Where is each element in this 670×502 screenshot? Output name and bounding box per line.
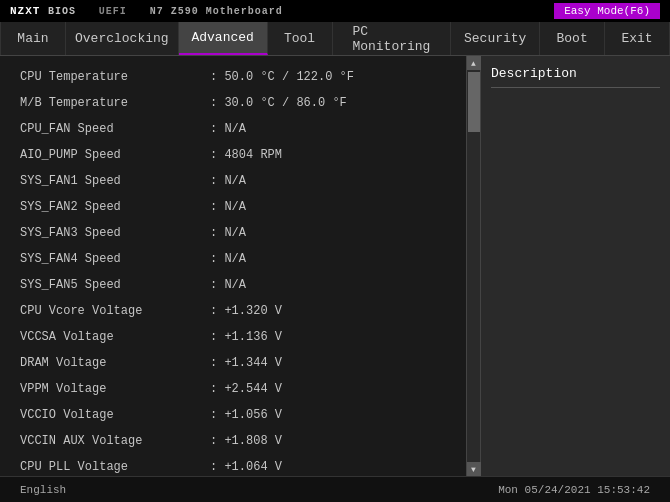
metric-row: SYS_FAN1 Speed: N/A [20, 168, 466, 194]
metric-label: SYS_FAN5 Speed [20, 278, 210, 292]
metric-row: SYS_FAN5 Speed: N/A [20, 272, 466, 298]
metric-label: VPPM Voltage [20, 382, 210, 396]
metric-label: M/B Temperature [20, 96, 210, 110]
nav-tab-overclocking[interactable]: Overclocking [66, 22, 179, 55]
metric-value: : 30.0 °C / 86.0 °F [210, 96, 347, 110]
metric-value: : +1.056 V [210, 408, 282, 422]
metric-value: : +2.544 V [210, 382, 282, 396]
metric-label: CPU Temperature [20, 70, 210, 84]
metric-row: CPU Vcore Voltage: +1.320 V [20, 298, 466, 324]
easy-mode-button[interactable]: Easy Mode(F6) [554, 3, 660, 19]
metric-value: : +1.344 V [210, 356, 282, 370]
metrics-panel: CPU Temperature: 50.0 °C / 122.0 °FM/B T… [0, 56, 466, 476]
scrollbar-up-button[interactable]: ▲ [467, 56, 481, 70]
metric-label: CPU_FAN Speed [20, 122, 210, 136]
main-content: CPU Temperature: 50.0 °C / 122.0 °FM/B T… [0, 56, 670, 476]
nav-tab-advanced[interactable]: Advanced [179, 22, 268, 55]
metric-row: M/B Temperature: 30.0 °C / 86.0 °F [20, 90, 466, 116]
metric-row: CPU_FAN Speed: N/A [20, 116, 466, 142]
metric-row: VCCIN AUX Voltage: +1.808 V [20, 428, 466, 454]
metric-row: CPU PLL Voltage: +1.064 V [20, 454, 466, 476]
metric-row: VPPM Voltage: +2.544 V [20, 376, 466, 402]
metric-row: SYS_FAN2 Speed: N/A [20, 194, 466, 220]
metric-label: VCCIO Voltage [20, 408, 210, 422]
description-title: Description [491, 66, 660, 88]
metric-label: CPU Vcore Voltage [20, 304, 210, 318]
metric-value: : 4804 RPM [210, 148, 282, 162]
metric-label: SYS_FAN1 Speed [20, 174, 210, 188]
metric-label: SYS_FAN3 Speed [20, 226, 210, 240]
metric-row: VCCSA Voltage: +1.136 V [20, 324, 466, 350]
metric-value: : N/A [210, 226, 246, 240]
nav-tab-main[interactable]: Main [0, 22, 66, 55]
metric-value: : +1.320 V [210, 304, 282, 318]
metric-value: : N/A [210, 174, 246, 188]
header-logo: NZXT BIOS UEFI N7 Z590 Motherboard [10, 5, 283, 17]
metric-value: : N/A [210, 200, 246, 214]
metric-label: VCCSA Voltage [20, 330, 210, 344]
metric-row: AIO_PUMP Speed: 4804 RPM [20, 142, 466, 168]
nav-tab-boot[interactable]: Boot [540, 22, 605, 55]
metric-row: CPU Temperature: 50.0 °C / 122.0 °F [20, 64, 466, 90]
footer: English Mon 05/24/2021 15:53:42 [0, 476, 670, 502]
metric-value: : +1.064 V [210, 460, 282, 474]
header-bar: NZXT BIOS UEFI N7 Z590 Motherboard Easy … [0, 0, 670, 22]
nav-tab-pc-monitoring[interactable]: PC Monitoring [333, 22, 452, 55]
metric-value: : 50.0 °C / 122.0 °F [210, 70, 354, 84]
metric-value: : N/A [210, 252, 246, 266]
metric-label: SYS_FAN2 Speed [20, 200, 210, 214]
metric-label: CPU PLL Voltage [20, 460, 210, 474]
footer-datetime: Mon 05/24/2021 15:53:42 [498, 484, 650, 496]
metric-value: : N/A [210, 278, 246, 292]
metric-value: : +1.136 V [210, 330, 282, 344]
nav-tab-security[interactable]: Security [451, 22, 540, 55]
scrollbar-thumb[interactable] [468, 72, 480, 132]
metric-value: : N/A [210, 122, 246, 136]
scrollbar[interactable]: ▲ ▼ [466, 56, 480, 476]
scrollbar-down-button[interactable]: ▼ [467, 462, 481, 476]
metric-row: VCCIO Voltage: +1.056 V [20, 402, 466, 428]
nav-tab-tool[interactable]: Tool [268, 22, 333, 55]
footer-language: English [20, 484, 66, 496]
description-panel: Description [480, 56, 670, 476]
metric-row: DRAM Voltage: +1.344 V [20, 350, 466, 376]
metric-label: AIO_PUMP Speed [20, 148, 210, 162]
metric-label: DRAM Voltage [20, 356, 210, 370]
metric-label: VCCIN AUX Voltage [20, 434, 210, 448]
nav-tab-exit[interactable]: Exit [605, 22, 670, 55]
metric-row: SYS_FAN3 Speed: N/A [20, 220, 466, 246]
nav-tabs: MainOverclockingAdvancedToolPC Monitorin… [0, 22, 670, 56]
metric-value: : +1.808 V [210, 434, 282, 448]
metric-row: SYS_FAN4 Speed: N/A [20, 246, 466, 272]
metric-label: SYS_FAN4 Speed [20, 252, 210, 266]
